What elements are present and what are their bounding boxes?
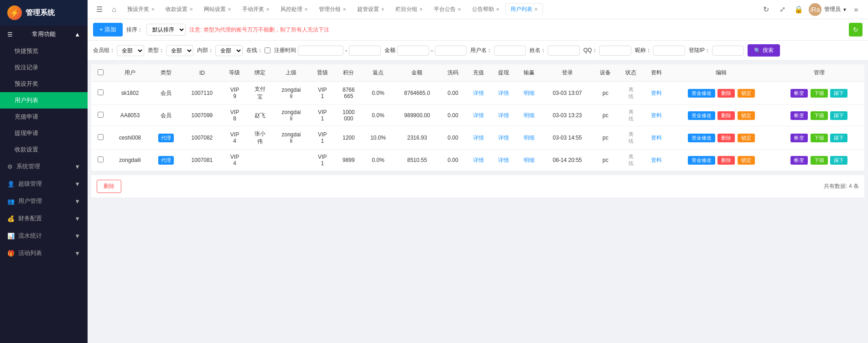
- nickname-input[interactable]: [653, 46, 685, 56]
- row-checkbox[interactable]: [98, 112, 104, 118]
- collapse-sidebar-button[interactable]: ☰: [93, 3, 106, 16]
- account-change-button[interactable]: 帐变: [790, 156, 808, 165]
- lock-account-button[interactable]: 锁定: [738, 134, 755, 142]
- online-checkbox[interactable]: [265, 47, 270, 53]
- admin-profile[interactable]: iRa 管理员 ▾: [809, 3, 846, 16]
- sidebar-section-finance-header[interactable]: 💰 财务配置 ▼: [0, 210, 88, 227]
- tab-notice-help[interactable]: 公告帮助 ✕: [467, 3, 504, 16]
- kick-button[interactable]: 踢下: [830, 89, 847, 98]
- sidebar-section-flow-header[interactable]: 📊 流水统计 ▼: [0, 227, 88, 244]
- type-select[interactable]: 全部: [166, 45, 193, 56]
- account-change-button[interactable]: 帐变: [790, 111, 808, 120]
- cell-recharge[interactable]: 详情: [466, 150, 491, 171]
- tab-close-icon[interactable]: ✕: [457, 7, 461, 12]
- cell-withdraw[interactable]: 详情: [491, 150, 517, 171]
- register-end-input[interactable]: [349, 46, 381, 56]
- cell-profile[interactable]: 资料: [644, 82, 669, 105]
- lock-button[interactable]: 🔒: [792, 3, 805, 16]
- tab-close-icon[interactable]: ✕: [189, 7, 193, 12]
- register-start-input[interactable]: [298, 46, 343, 56]
- home-button[interactable]: ⌂: [108, 3, 120, 16]
- sidebar-item-users[interactable]: 用户列表: [0, 92, 88, 109]
- lock-account-button[interactable]: 锁定: [738, 111, 755, 120]
- tab-risk-control[interactable]: 风控处理 ✕: [275, 3, 313, 16]
- tab-close-icon[interactable]: ✕: [419, 7, 423, 12]
- sidebar-section-usermgmt-header[interactable]: 👥 用户管理 ▼: [0, 192, 88, 210]
- sidebar-section-common-header[interactable]: ☰ 常用功能 ▲: [0, 26, 88, 43]
- cell-winloss[interactable]: 明细: [516, 126, 542, 150]
- cell-withdraw[interactable]: 详情: [491, 82, 517, 105]
- more-tabs-button[interactable]: »: [850, 3, 863, 16]
- cell-winloss[interactable]: 明细: [516, 82, 542, 105]
- tab-close-icon[interactable]: ✕: [496, 7, 499, 12]
- cell-withdraw[interactable]: 详情: [491, 105, 517, 126]
- delete-button[interactable]: 删除: [717, 134, 735, 142]
- cell-withdraw[interactable]: 详情: [491, 126, 517, 150]
- tab-preset-lottery[interactable]: 预设开奖 ✕: [122, 3, 160, 16]
- cell-winloss[interactable]: 明细: [516, 105, 542, 126]
- kick-button[interactable]: 踢下: [830, 156, 847, 165]
- delete-button[interactable]: 删除: [717, 111, 735, 120]
- row-checkbox[interactable]: [98, 156, 104, 162]
- amount-max-input[interactable]: [435, 46, 467, 56]
- kick-button[interactable]: 踢下: [830, 111, 847, 120]
- batch-delete-button[interactable]: 删除: [97, 180, 121, 193]
- row-checkbox[interactable]: [98, 89, 104, 95]
- tab-close-icon[interactable]: ✕: [381, 7, 385, 12]
- add-user-button[interactable]: + 添加: [93, 23, 123, 36]
- subordinate-button[interactable]: 下级: [811, 134, 828, 142]
- subordinate-button[interactable]: 下级: [811, 89, 828, 98]
- edit-funds-button[interactable]: 资金修改: [688, 156, 715, 165]
- expand-button[interactable]: ⤢: [776, 3, 789, 16]
- sidebar-item-recharge[interactable]: 充值申请: [0, 109, 88, 125]
- internal-select[interactable]: 全部: [215, 45, 243, 56]
- sidebar-item-withdraw[interactable]: 提现申请: [0, 125, 88, 141]
- cell-profile[interactable]: 资料: [644, 126, 669, 150]
- cell-recharge[interactable]: 详情: [466, 82, 491, 105]
- sidebar-section-super-header[interactable]: 👤 超级管理 ▼: [0, 175, 88, 192]
- delete-button[interactable]: 删除: [717, 89, 735, 98]
- lock-account-button[interactable]: 锁定: [738, 156, 755, 165]
- sidebar-section-activity-header[interactable]: 🎁 活动列表 ▼: [0, 244, 88, 262]
- tab-platform-notice[interactable]: 平台公告 ✕: [429, 3, 466, 16]
- edit-funds-button[interactable]: 资金修改: [688, 134, 715, 142]
- delete-button[interactable]: 删除: [717, 156, 735, 165]
- account-change-button[interactable]: 帐变: [790, 89, 808, 98]
- tab-close-icon[interactable]: ✕: [534, 7, 538, 12]
- cell-profile[interactable]: 资料: [644, 150, 669, 171]
- tab-column-group[interactable]: 栏目分组 ✕: [390, 3, 428, 16]
- tab-user-list[interactable]: 用户列表 ✕: [505, 3, 543, 16]
- tab-payment-settings[interactable]: 收款设置 ✕: [161, 3, 198, 16]
- name-input[interactable]: [548, 46, 580, 56]
- tab-site-settings[interactable]: 网站设置 ✕: [199, 3, 236, 16]
- sidebar-item-bets[interactable]: 投注记录: [0, 59, 88, 76]
- row-checkbox[interactable]: [98, 134, 104, 140]
- edit-funds-button[interactable]: 资金修改: [688, 89, 715, 98]
- cell-recharge[interactable]: 详情: [466, 105, 491, 126]
- account-change-button[interactable]: 帐变: [790, 134, 808, 142]
- amount-min-input[interactable]: [397, 46, 429, 56]
- refresh-button[interactable]: ↻: [759, 3, 772, 16]
- edit-funds-button[interactable]: 资金修改: [688, 111, 715, 120]
- tab-close-icon[interactable]: ✕: [266, 7, 270, 12]
- tab-manual-lottery[interactable]: 手动开奖 ✕: [237, 3, 275, 16]
- tab-close-icon[interactable]: ✕: [343, 7, 346, 12]
- tab-super-settings[interactable]: 超管设置 ✕: [352, 3, 390, 16]
- search-button[interactable]: 🔍 搜索: [748, 44, 780, 57]
- sidebar-item-preset[interactable]: 预设开奖: [0, 76, 88, 92]
- tab-close-icon[interactable]: ✕: [151, 7, 155, 12]
- tab-admin-group[interactable]: 管理分组 ✕: [314, 3, 351, 16]
- select-all-checkbox[interactable]: [98, 69, 104, 75]
- lock-account-button[interactable]: 锁定: [738, 89, 755, 98]
- tab-close-icon[interactable]: ✕: [228, 7, 231, 12]
- kick-button[interactable]: 踢下: [830, 134, 847, 142]
- cell-recharge[interactable]: 详情: [466, 126, 491, 150]
- cell-profile[interactable]: 资料: [644, 105, 669, 126]
- username-input[interactable]: [494, 46, 526, 56]
- group-select[interactable]: 全部: [117, 45, 144, 56]
- subordinate-button[interactable]: 下级: [811, 111, 828, 120]
- sidebar-item-payment[interactable]: 收款设置: [0, 141, 88, 158]
- tab-close-icon[interactable]: ✕: [304, 7, 308, 12]
- sort-select[interactable]: 默认排序: [146, 24, 186, 36]
- qq-input[interactable]: [599, 46, 631, 56]
